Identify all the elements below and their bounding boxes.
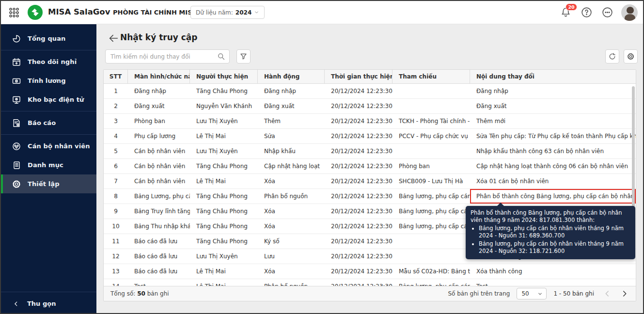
table-cell: Cán bộ nhân viên (128, 144, 190, 158)
app-name: MISA SalaGov (48, 7, 110, 16)
table-cell: Lê Thị Mai (190, 264, 258, 279)
table-row[interactable]: 6Cán bộ nhân viênTăng Châu PhongCập nhật… (104, 159, 636, 174)
search-input[interactable] (106, 53, 217, 60)
sidebar-item-tong-quan[interactable]: Tổng quan (1, 29, 96, 48)
table-cell: Xóa (258, 219, 325, 234)
table-cell (393, 84, 470, 98)
total-label: Tổng số: (110, 290, 135, 297)
table-cell: 20/12/2024 12:23:30 (325, 204, 393, 219)
column-header[interactable]: Người thực hiện (190, 70, 258, 83)
column-header[interactable]: Tham chiếu (393, 70, 470, 83)
column-header[interactable]: Nội dung thay đổi (470, 70, 636, 83)
sidebar-divider (1, 134, 96, 135)
table-cell: Báo cáo đã lưu (128, 249, 190, 264)
sidebar-item-danh-muc[interactable]: Danh mục (1, 156, 96, 174)
total-suffix: bản ghi (147, 290, 169, 297)
sidebar-item-bao-cao[interactable]: Báo cáo (1, 113, 96, 132)
table-cell: 20/12/2024 12:23:30 (325, 129, 393, 143)
table-row[interactable]: 1Đăng nhậpTăng Châu PhongĐăng nhập20/12/… (104, 84, 636, 99)
table-cell: 13 (104, 264, 128, 279)
table-footer: Tổng số: 50 bản ghi Số bản ghi trên tran… (104, 286, 636, 301)
refresh-button[interactable] (605, 49, 619, 63)
sidebar-item-kho-bac-dien-tu[interactable]: Kho bạc điện tử (1, 90, 96, 109)
table-cell: Đăng nhập (470, 84, 636, 98)
table-cell (393, 144, 470, 158)
table-row[interactable]: 2Đăng xuấtNguyễn Văn KhánhĐăng xuất20/12… (104, 99, 636, 114)
table-cell: Tăng Châu Phong (190, 204, 258, 219)
table-cell: 20/12/2024 12:23:30 (325, 249, 393, 264)
tooltip-text: Phân bổ thành công Bảng lương, phụ cấp c… (471, 209, 630, 224)
sidebar-item-tinh-luong[interactable]: Tính lương (1, 71, 96, 90)
table-cell: TCKH - Phòng Tài chính -... (393, 114, 470, 128)
table-cell: Đăng xuất (128, 99, 190, 113)
chevron-down-icon (254, 10, 259, 15)
more-options-button[interactable] (601, 6, 613, 18)
table-cell (393, 249, 470, 264)
table-cell: Thêm (258, 114, 325, 128)
column-header[interactable]: Màn hình/chức năng (128, 70, 190, 83)
table-cell: 20/12/2024 12:23:30 (325, 264, 393, 279)
table-cell: Bảng Lương, phụ cấp (128, 189, 190, 204)
table-cell: Phân bổ nguồn (258, 189, 325, 204)
search-box (105, 49, 230, 63)
table-header: STTMàn hình/chức năngNgười thực hiệnHành… (104, 70, 636, 84)
tooltip-bullets: Bảng lương, phụ cấp cán bộ nhân viên thá… (471, 225, 630, 255)
page-title: Nhật ký truy cập (120, 32, 197, 42)
table-row[interactable]: 4Phụ cấp lươngLê Thị MaiSửa20/12/2024 12… (104, 129, 636, 144)
table-cell: Đăng xuất (470, 99, 636, 113)
table-cell: 9 (104, 204, 128, 219)
data-year-dropdown[interactable]: Dữ liệu năm: 2024 (190, 6, 265, 19)
refresh-icon (608, 52, 616, 61)
sidebar-item-can-bo-nhan-vien[interactable]: Cán bộ nhân viên (1, 137, 96, 156)
per-page-label: Số bản ghi trên trang (448, 290, 510, 297)
table-cell: 4 (104, 129, 128, 143)
filter-button[interactable] (236, 49, 251, 63)
collapse-sidebar-button[interactable]: Thu gọn (1, 292, 96, 314)
table-cell: Phòng ban (128, 114, 190, 128)
table-row[interactable]: 8Bảng Lương, phụ cấpTăng Châu PhongPhân … (104, 189, 636, 204)
sidebar-item-thiet-lap[interactable]: Thiết lập (1, 174, 96, 193)
column-header[interactable]: Thời gian thực hiện (325, 70, 393, 83)
monitor-icon (12, 95, 21, 105)
column-header[interactable]: STT (104, 70, 128, 83)
org-name: PHÒNG TÀI CHÍNH MISA (113, 9, 197, 16)
sidebar-item-label: Theo dõi nghỉ (28, 58, 77, 65)
table-cell: Bảng lương, phụ cấp cán... (393, 219, 470, 234)
table-row[interactable]: 7Cán bộ nhân viênLê Thị MaiXóa20/12/2024… (104, 174, 636, 189)
table-row[interactable]: 13Báo cáo đã lưuLê Thị MaiXóa20/12/2024 … (104, 264, 636, 279)
per-page-value: 50 (521, 290, 529, 297)
search-icon[interactable] (217, 52, 225, 61)
table-cell: Tăng Châu Phong (190, 189, 258, 204)
table-cell: Cập nhật hàng loạt thành công 06 cán bộ … (470, 159, 636, 173)
sidebar-divider (1, 111, 96, 111)
table-cell: Xóa 01 cán bộ nhân viên (470, 174, 636, 188)
app-grid-icon[interactable] (9, 8, 19, 17)
table-cell: 20/12/2024 12:23:30 (325, 144, 393, 158)
table-cell: Tăng Châu Phong (190, 159, 258, 173)
sidebar-item-label: Tổng quan (28, 35, 65, 42)
people-icon (12, 141, 21, 151)
table-cell: Đăng nhập (128, 84, 190, 98)
table-cell: 3 (104, 114, 128, 128)
table-row[interactable]: 3Phòng banLưu Thị XuyênThêm20/12/2024 12… (104, 114, 636, 129)
table-cell: Sửa Tên phụ cấp: Từ Phụ cấp kế toán thàn… (470, 129, 636, 143)
chevron-down-icon (537, 291, 543, 297)
table-row[interactable]: 5Cán bộ nhân viênLưu Thị XuyênNhập khẩu2… (104, 144, 636, 159)
sidebar-item-theo-doi-nghi[interactable]: Theo dõi nghỉ (1, 52, 96, 71)
previous-page-button[interactable] (603, 289, 612, 298)
per-page-select[interactable]: 50 (517, 288, 547, 299)
collapse-label: Thu gọn (27, 300, 56, 307)
document-icon (12, 160, 21, 170)
next-page-button[interactable] (620, 289, 629, 298)
help-button[interactable] (581, 6, 593, 18)
table-settings-button[interactable] (624, 49, 638, 63)
user-avatar[interactable] (621, 4, 638, 21)
total-records: Tổng số: 50 bản ghi (104, 290, 169, 297)
range-label: 1 - 50 bản ghi (553, 290, 594, 297)
column-header[interactable]: Hành động (258, 70, 325, 83)
notifications-button[interactable]: 20 (560, 6, 572, 18)
table-cell: Lê Thị Mai (190, 174, 258, 188)
table-cell: Đăng xuất (258, 99, 325, 113)
back-button[interactable] (108, 33, 119, 44)
table-cell: Xóa (258, 174, 325, 188)
